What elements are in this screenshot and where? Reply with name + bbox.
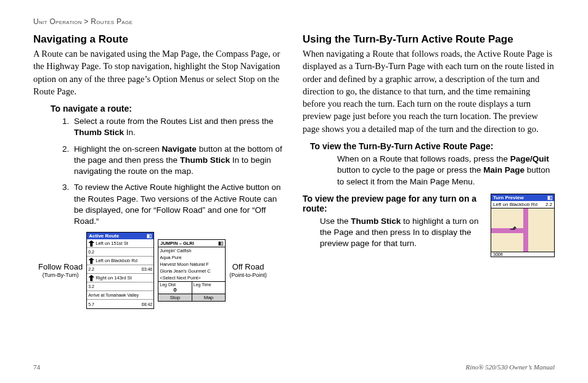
instr-view-active: When on a Route that follows roads, pres…: [337, 154, 555, 187]
step-1: Select a route from the Routes List and …: [71, 116, 285, 138]
instr-preview: Use the Thumb Stick to highlight a turn …: [320, 216, 484, 250]
table-row: Left on Blackbob Rd: [87, 257, 153, 265]
right-column: Using the Turn-By-Turn Active Route Page…: [303, 33, 555, 309]
table-row: 5.708:42: [87, 300, 153, 308]
preview-row: To view the preview page for any turn on…: [303, 194, 555, 257]
list-item: Gloria Jean's Gourmet C: [158, 268, 225, 274]
left-column: Navigating a Route A Route can be naviga…: [33, 33, 285, 309]
intro-right: When navigating a Route that follows roa…: [303, 47, 555, 135]
fig-label-follow-road: Follow Road (Turn-By-Turn): [38, 262, 83, 278]
ss-title-bar: Turn Preview▮▯: [491, 194, 554, 201]
list-item: Jumpin' Catfish: [158, 247, 225, 254]
map-preview: ⬏: [491, 208, 554, 252]
battery-icon: ▮▯: [218, 241, 223, 246]
table-row: Arrive at Tomahawk Valley: [87, 291, 153, 300]
list-item: Harvest Moon Natural F: [158, 261, 225, 268]
list-item: Aqua Pure: [158, 254, 225, 261]
page-footer: 74 Rino® 520/530 Owner’s Manual: [33, 363, 555, 371]
table-row: 2.203:46: [87, 265, 153, 274]
subhead-view-active: To view the Turn-By-Turn Active Route Pa…: [310, 141, 555, 151]
ss-title-bar: Active Route▮▯: [87, 233, 153, 239]
breadcrumb: Unit Operation > Routes Page: [33, 17, 555, 26]
manual-title: Rino® 520/530 Owner’s Manual: [465, 363, 555, 371]
ss-title-bar: JUMPIN – GLRI▮▯: [158, 240, 225, 247]
subhead-navigate: To navigate a route:: [51, 104, 285, 113]
table-row: 3.2: [87, 282, 153, 291]
turn-arrow-icon: ⬏: [510, 224, 517, 234]
step-2: Highlight the on-screen Navigate button …: [71, 144, 285, 178]
table-row: 0.2: [87, 248, 153, 257]
table-row: Right on 143rd St: [87, 274, 153, 282]
intro-left: A Route can be navigated using the Map P…: [33, 47, 285, 97]
subhead-preview: To view the preview page for any turn on…: [303, 194, 484, 213]
turn-arrow-icon: [88, 241, 94, 247]
map-button: Map: [192, 294, 226, 301]
screenshot-active-route: Active Route▮▯ Left on 151st St 0.2 Left…: [86, 232, 154, 309]
heading-navigating: Navigating a Route: [33, 33, 285, 46]
fig-label-off-road: Off Road (Point-to-Point): [229, 262, 267, 278]
battery-icon: ▮▯: [547, 195, 552, 200]
battery-icon: ▮▯: [147, 233, 152, 239]
page-number: 74: [33, 363, 40, 371]
screenshot-off-road: JUMPIN – GLRI▮▯ Jumpin' Catfish Aqua Pur…: [158, 239, 226, 302]
turn-arrow-icon: [88, 258, 94, 264]
list-item: <Select Next Point>: [158, 274, 225, 281]
turn-arrow-icon: [88, 275, 94, 281]
steps-list: Select a route from the Routes List and …: [71, 116, 285, 227]
heading-turn-by-turn: Using the Turn-By-Turn Active Route Page: [303, 33, 555, 46]
two-column-layout: Navigating a Route A Route can be naviga…: [33, 33, 555, 309]
stop-button: Stop: [158, 294, 192, 301]
table-row: Left on 151st St: [87, 239, 153, 248]
breadcrumb-section: Unit Operation: [33, 17, 82, 26]
figure-row: Follow Road (Turn-By-Turn) Active Route▮…: [38, 232, 285, 309]
breadcrumb-page: Routes Page: [91, 17, 133, 26]
step-3: To review the Active Route highlight the…: [71, 182, 285, 227]
screenshot-turn-preview: Turn Preview▮▯ Left on Blackbob Rd 2.2 ⬏…: [491, 194, 555, 257]
